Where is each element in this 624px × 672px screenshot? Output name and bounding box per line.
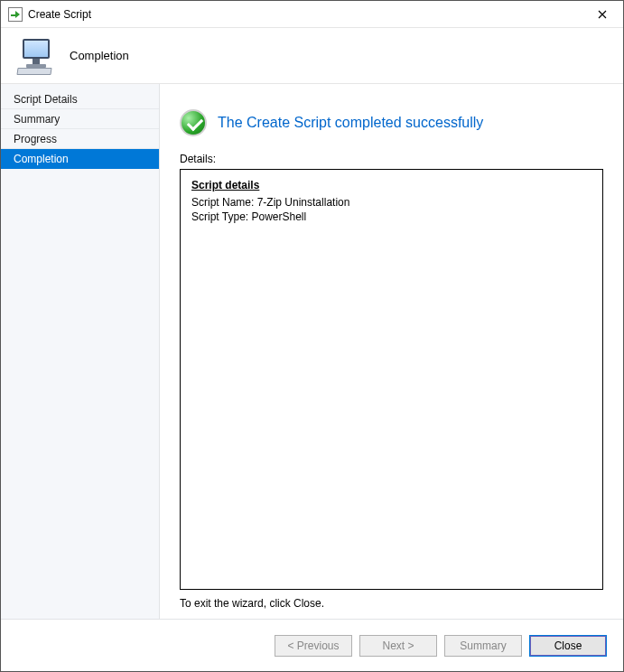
details-box: Script details Script Name: 7-Zip Uninst…	[180, 169, 603, 590]
success-check-icon	[180, 109, 207, 136]
success-message: The Create Script completed successfully	[218, 115, 483, 131]
next-button: Next >	[359, 635, 437, 657]
details-label: Details:	[180, 153, 603, 165]
wizard-body: Script Details Summary Progress Completi…	[1, 84, 623, 619]
titlebar: Create Script	[1, 1, 623, 28]
sidebar-item-progress[interactable]: Progress	[1, 129, 159, 149]
wizard-steps-sidebar: Script Details Summary Progress Completi…	[1, 84, 160, 619]
wizard-footer: < Previous Next > Summary Close	[1, 619, 623, 671]
script-type-line: Script Type: PowerShell	[191, 210, 591, 224]
window-title: Create Script	[28, 8, 582, 21]
success-row: The Create Script completed successfully	[180, 109, 603, 136]
page-title: Completion	[70, 49, 129, 62]
computer-icon	[17, 37, 55, 75]
app-icon	[8, 7, 23, 22]
window-create-script: Create Script Completion Script Details …	[0, 0, 624, 672]
previous-button: < Previous	[275, 635, 352, 657]
details-heading: Script details	[191, 179, 591, 191]
sidebar-item-completion[interactable]: Completion	[1, 149, 159, 169]
wizard-content: The Create Script completed successfully…	[160, 84, 623, 619]
wizard-header: Completion	[1, 28, 623, 84]
close-button[interactable]: Close	[529, 635, 607, 657]
summary-button: Summary	[444, 635, 522, 657]
close-icon[interactable]	[582, 1, 623, 28]
sidebar-item-summary[interactable]: Summary	[1, 109, 159, 129]
exit-hint: To exit the wizard, click Close.	[180, 597, 603, 610]
script-name-line: Script Name: 7-Zip Uninstallation	[191, 195, 591, 210]
sidebar-item-script-details[interactable]: Script Details	[1, 89, 159, 109]
